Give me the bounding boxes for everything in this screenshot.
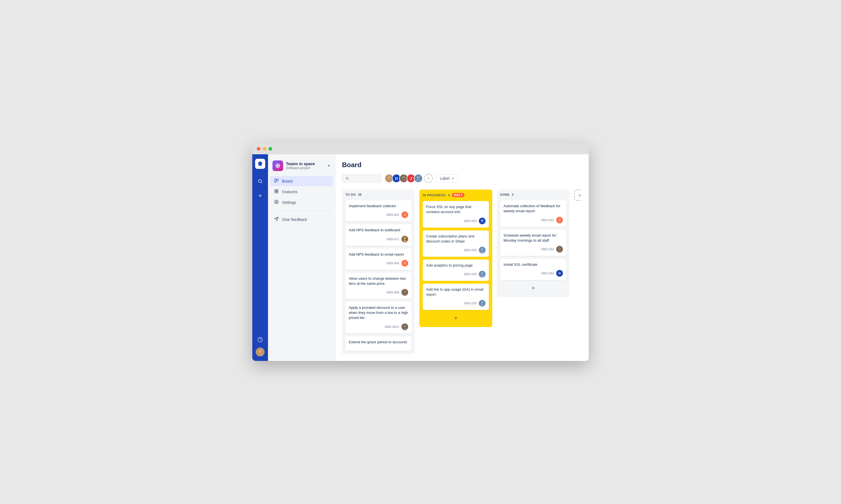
project-icon xyxy=(273,160,283,171)
svg-point-18 xyxy=(401,179,406,183)
card-sms-031-title: Automate collection of feedback for week… xyxy=(503,203,563,214)
label-filter-text: Label xyxy=(440,176,449,181)
column-inprogress: IN PROGRESS 4 MAX 3 Force SSL on any pag… xyxy=(419,190,492,327)
card-sms-004-id: SMS-004 xyxy=(386,262,399,265)
card-sms-032-footer: SMS-032 xyxy=(503,246,563,253)
card-sms-035a[interactable]: Create subscription plans and discount c… xyxy=(423,231,489,257)
svg-point-20 xyxy=(416,179,421,183)
svg-point-6 xyxy=(277,165,279,167)
column-inprogress-header: IN PROGRESS 4 MAX 3 xyxy=(423,193,489,197)
card-sms-011[interactable]: Add NPS feedback to wallboard SMS-011 xyxy=(345,224,412,246)
svg-point-25 xyxy=(404,325,406,327)
card-sms-033-id: SMS-033 xyxy=(541,272,554,275)
project-header[interactable]: Teams in space Software project ▼ xyxy=(268,158,335,174)
minimize-button[interactable] xyxy=(263,147,266,151)
label-filter-button[interactable]: Label xyxy=(436,174,458,183)
svg-point-28 xyxy=(480,251,484,253)
card-sms-035b-avatar xyxy=(479,300,485,307)
svg-point-13 xyxy=(276,201,277,202)
avatar-filter-5[interactable] xyxy=(414,174,423,183)
card-sms-031-id: SMS-031 xyxy=(541,218,554,222)
card-sms-039-title: Add analytics to pricing page xyxy=(426,263,485,268)
sidebar-item-settings[interactable]: Settings xyxy=(270,197,333,208)
card-sms-031[interactable]: Automate collection of feedback for week… xyxy=(500,200,566,227)
sidebar-item-feedback[interactable]: Give feedback xyxy=(270,215,333,224)
board-label: Board xyxy=(282,179,292,183)
card-sms-001[interactable]: Implement feedback collector SMS-001 J xyxy=(345,200,412,221)
todo-title: TO DO xyxy=(345,193,356,196)
sidebar-nav: Board Features xyxy=(268,176,335,208)
search-box[interactable] xyxy=(342,174,381,183)
svg-point-3 xyxy=(258,349,262,353)
card-sms-029[interactable]: Force SSL on any page that contains acco… xyxy=(423,201,489,227)
maximize-button[interactable] xyxy=(269,147,272,151)
card-sms-035b[interactable]: Add link to app usage (GA) in email repo… xyxy=(423,284,489,310)
column-done-header: DONE 3 xyxy=(500,193,566,196)
card-sms-001-title: Implement feedback collector xyxy=(349,203,408,209)
sidebar-item-board[interactable]: Board xyxy=(270,176,333,186)
card-sms-035a-footer: SMS-035 xyxy=(426,247,485,253)
titlebar xyxy=(252,143,589,154)
add-card-inprogress-button[interactable]: + xyxy=(423,313,489,324)
svg-point-29 xyxy=(481,272,483,274)
add-card-done-button[interactable]: + xyxy=(500,283,566,294)
card-sms-035b-id: SMS-035 xyxy=(464,302,477,305)
board-area: TO DO 29 Implement feedback collector SM… xyxy=(342,190,582,354)
card-sms-0012-id: SMS-0012 xyxy=(384,325,399,328)
label-chevron-icon xyxy=(451,177,454,180)
close-button[interactable] xyxy=(257,147,260,151)
card-sms-039-footer: SMS-039 xyxy=(426,271,485,277)
sidebar-item-features[interactable]: Features xyxy=(270,187,333,197)
left-nav xyxy=(252,154,268,361)
svg-point-33 xyxy=(559,247,561,250)
card-sms-033-avatar: H xyxy=(556,270,563,277)
app-window: Teams in space Software project ▼ Board xyxy=(252,143,589,361)
card-sms-031-avatar: J xyxy=(556,217,563,223)
svg-point-19 xyxy=(417,176,420,179)
card-sms-008-id: SMS-008 xyxy=(386,291,399,294)
svg-point-30 xyxy=(480,275,484,277)
settings-label: Settings xyxy=(282,200,296,205)
svg-point-17 xyxy=(402,176,405,179)
card-sms-029-title: Force SSL on any page that contains acco… xyxy=(426,204,485,215)
toolbar: H J + Label xyxy=(342,174,582,183)
search-input[interactable] xyxy=(351,176,378,181)
card-sms-033[interactable]: Install SSL certificate SMS-033 H xyxy=(500,259,566,280)
card-sms-011-footer: SMS-011 xyxy=(349,236,408,242)
card-sms-029-avatar: H xyxy=(479,218,485,224)
card-extend[interactable]: Extend the grace period to accounts xyxy=(345,336,412,351)
card-sms-001-footer: SMS-001 J xyxy=(349,211,408,218)
card-sms-008-title: Allow users to change between two tiers … xyxy=(349,276,408,286)
add-member-button[interactable]: + xyxy=(424,174,433,183)
user-avatar[interactable] xyxy=(256,347,264,357)
left-nav-bottom xyxy=(256,335,264,357)
card-sms-008[interactable]: Allow users to change between two tiers … xyxy=(345,273,412,299)
add-nav-icon[interactable] xyxy=(256,191,264,200)
card-sms-008-avatar xyxy=(401,289,408,296)
app-body: Teams in space Software project ▼ Board xyxy=(252,154,589,361)
add-column-button[interactable]: + xyxy=(574,190,582,201)
card-sms-0012[interactable]: Apply a prorated discount to a user when… xyxy=(345,302,412,334)
card-sms-004[interactable]: Add NPS feedback to email report SMS-004… xyxy=(345,249,412,270)
search-nav-icon[interactable] xyxy=(256,177,264,186)
svg-point-23 xyxy=(404,290,406,293)
svg-point-32 xyxy=(480,304,484,307)
main-content: Board H J xyxy=(335,154,589,361)
card-sms-032[interactable]: Schedule weekly email report for Monday … xyxy=(500,230,566,256)
card-sms-035b-footer: SMS-035 xyxy=(426,300,485,307)
settings-icon xyxy=(274,200,279,205)
svg-point-26 xyxy=(403,328,407,330)
card-sms-039[interactable]: Add analytics to pricing page SMS-039 xyxy=(423,259,489,281)
project-chevron-icon: ▼ xyxy=(327,164,330,168)
inprogress-count: 4 xyxy=(448,194,450,197)
logo-icon[interactable] xyxy=(255,159,265,169)
board-icon xyxy=(274,178,279,184)
help-icon[interactable] xyxy=(256,335,264,344)
project-type: Software project xyxy=(286,166,324,170)
feedback-icon xyxy=(274,217,279,222)
card-sms-0012-footer: SMS-0012 xyxy=(349,323,408,330)
svg-point-27 xyxy=(481,248,483,250)
card-sms-004-avatar: J xyxy=(401,260,408,267)
card-sms-011-avatar xyxy=(401,236,408,242)
svg-point-15 xyxy=(388,176,391,179)
